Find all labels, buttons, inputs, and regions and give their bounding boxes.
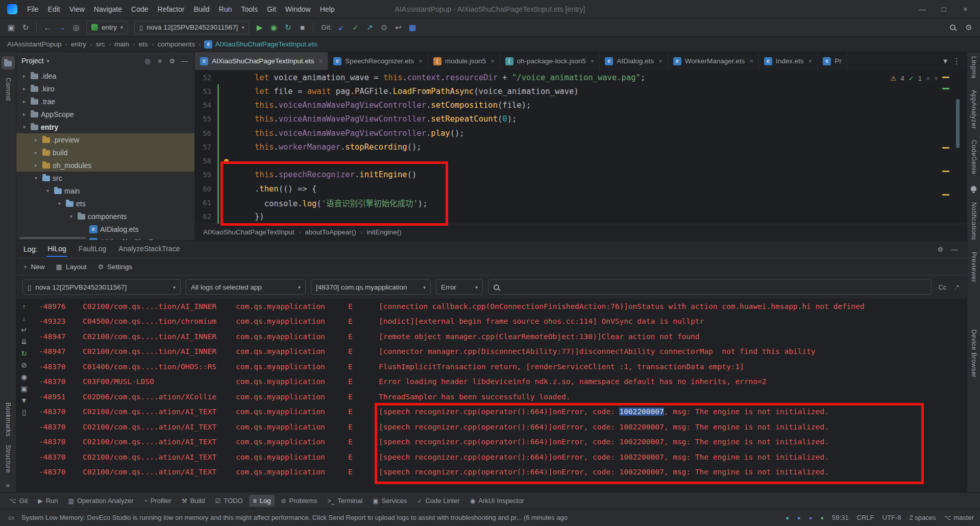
indent-style[interactable]: 2 spaces <box>909 514 936 521</box>
breadcrumb-item[interactable]: entry <box>71 40 86 48</box>
log-settings-gear-icon[interactable]: ⚙ <box>935 244 945 254</box>
tree-item-kiro[interactable]: ▸.kiro <box>16 82 194 95</box>
menu-code[interactable]: Code <box>127 3 153 16</box>
menu-help[interactable]: Help <box>315 3 339 16</box>
log-row[interactable]: -49323C04500/com.qs....tion/chromiumcom.… <box>32 314 967 329</box>
log-tab-analyzestacktrace[interactable]: AnalyzeStackTrace <box>117 242 181 257</box>
chevron-right-icon[interactable] <box>79 226 87 232</box>
editor-breadcrumb-item[interactable]: AIXiaoShuChatPageTextInput <box>203 228 295 236</box>
chevron-right-icon[interactable]: ▸ <box>32 137 40 142</box>
menu-edit[interactable]: Edit <box>43 3 65 16</box>
tool-window-button-device-browser[interactable]: Device Browser <box>970 329 977 378</box>
next-problem-icon[interactable]: ∨ <box>934 75 938 82</box>
hidden-tabs-icon[interactable]: ▾ <box>943 56 947 66</box>
log-tab-faultlog[interactable]: FaultLog <box>78 242 107 257</box>
menu-refactor[interactable]: Refactor <box>153 3 189 16</box>
close-icon[interactable]: × <box>808 57 813 65</box>
tool-button-code-linter[interactable]: ✓Code Linter <box>413 495 463 507</box>
editor-tab-aidialog-ets[interactable]: eAIDialog.ets× <box>600 52 668 70</box>
menu-git[interactable]: Git <box>262 3 281 16</box>
locate-icon[interactable]: ◎ <box>70 21 82 34</box>
breadcrumb-item[interactable]: ets <box>139 40 148 48</box>
log-search-field[interactable] <box>488 279 932 295</box>
chevron-right-icon[interactable] <box>79 239 87 240</box>
tree-item-ets[interactable]: ▾ets <box>16 197 194 210</box>
soft-wrap-icon[interactable]: ↵ <box>21 326 27 333</box>
menu-tools[interactable]: Tools <box>236 3 262 16</box>
editor-breadcrumb-item[interactable]: initEngine() <box>366 228 401 236</box>
menu-run[interactable]: Run <box>214 3 237 16</box>
log-row[interactable]: -48370C03F00/MUSL-LDSOcom.qs.myapplicati… <box>32 374 967 390</box>
commit-tool-button[interactable]: Commit <box>5 78 12 101</box>
run-configuration-select[interactable]: entry ▾ <box>86 21 128 34</box>
menu-navigate[interactable]: Navigate <box>89 3 127 16</box>
chevron-right-icon[interactable]: ▸ <box>20 111 28 117</box>
structure-tool-button[interactable]: Structure <box>5 445 12 473</box>
clear-log-icon[interactable]: ⊘ <box>21 362 27 369</box>
code-line[interactable]: 61 console.log('语音识别引擎初始化成功'); <box>195 196 967 209</box>
chevron-right-icon[interactable]: ▸ <box>20 86 28 91</box>
code-line[interactable]: 52 let voice_animation_wave = this.conte… <box>195 70 967 84</box>
search-icon[interactable] <box>946 21 959 34</box>
history-button[interactable]: ⊙ <box>378 21 390 34</box>
menu-build[interactable]: Build <box>189 3 214 16</box>
editor-breadcrumb-item[interactable]: aboutToAppear() <box>305 228 356 236</box>
close-icon[interactable]: × <box>491 57 495 65</box>
plugin-status-icon[interactable]: ● <box>797 515 801 521</box>
diagram-button[interactable]: ▦ <box>406 21 419 34</box>
log-row[interactable]: -48947C02100/com.qs....tion/AI_INNERcom.… <box>32 344 967 360</box>
scroll-down-icon[interactable]: ↓ <box>22 315 26 322</box>
settings-gear-icon[interactable]: ⚙ <box>963 21 975 34</box>
chevron-down-icon[interactable]: ▾ <box>56 201 63 206</box>
close-icon[interactable]: × <box>318 57 323 65</box>
close-icon[interactable]: × <box>591 57 595 65</box>
plugin-status-icon[interactable]: ● <box>786 515 789 521</box>
screen-record-icon[interactable]: ▣ <box>20 385 27 392</box>
menu-window[interactable]: Window <box>281 3 315 16</box>
forward-arrow-icon[interactable]: → <box>56 21 68 34</box>
code-line[interactable]: 58 <box>195 154 967 168</box>
log-row[interactable]: -48370C01406/com.qs....tion/OHOS::RScom.… <box>32 359 967 374</box>
code-line[interactable]: 55 this.voiceAnimaWavePagViewController.… <box>195 112 967 126</box>
editor-tab-index-ets[interactable]: eIndex.ets× <box>759 52 818 70</box>
inspection-widget[interactable]: ⚠ 4 ✓ 1 ∧ ∨ <box>891 75 938 82</box>
run-button[interactable]: ▶ <box>253 21 265 34</box>
export-log-icon[interactable]: ▼ <box>20 397 28 404</box>
log-row[interactable]: -48370C02100/com.qs....ation/AI_TEXTcom.… <box>32 465 967 480</box>
plugin-status-icon[interactable]: ● <box>809 515 813 521</box>
chevron-down-icon[interactable]: ▾ <box>44 188 52 194</box>
code-line[interactable]: 60 .then(() => { <box>195 182 967 196</box>
tool-window-button-previewer[interactable]: Previewer <box>970 252 977 282</box>
caret-position[interactable]: 59:31 <box>832 514 849 521</box>
tool-button-git[interactable]: ⌥Git <box>5 495 32 507</box>
tree-item-entry[interactable]: ▾entry <box>16 121 194 133</box>
git-update-button[interactable]: ↙ <box>335 21 347 34</box>
log-tab-hilog[interactable]: HiLog <box>46 242 67 257</box>
code-line[interactable]: 59 this.speechRecognizer.initEngine() <box>195 168 967 182</box>
menu-file[interactable]: File <box>22 3 43 16</box>
project-tool-button[interactable] <box>2 56 15 69</box>
sync-icon[interactable]: ↻ <box>19 21 32 34</box>
tree-item-aidialog-ets[interactable]: eAIDialog.ets <box>16 223 194 235</box>
log-level-filter[interactable]: Error▾ <box>436 279 483 295</box>
match-case-toggle[interactable]: Cc <box>937 283 948 291</box>
tab-options-kebab-icon[interactable]: ⋮ <box>952 56 961 66</box>
editor-tab-module-json5[interactable]: {module.json5× <box>428 52 500 70</box>
chevron-right-icon[interactable]: ▸ <box>32 162 40 168</box>
device-select[interactable]: ▯ nova 12[25PVB24523011567] ▾ <box>134 21 249 34</box>
log-search-input[interactable] <box>504 283 926 291</box>
editor-tab-oh-package-lock-json5[interactable]: {oh-package-lock.json5× <box>500 52 600 70</box>
tool-button-run[interactable]: ▶Run <box>34 495 62 507</box>
tool-button-build[interactable]: ⚒Build <box>178 495 209 507</box>
code-line[interactable]: 56 this.voiceAnimaWavePagViewController.… <box>195 126 967 140</box>
regex-toggle[interactable]: .* <box>953 283 961 291</box>
tree-item-build[interactable]: ▸build <box>16 146 194 159</box>
code-line[interactable]: 62 }) <box>195 210 967 224</box>
scroll-to-end-icon[interactable]: ⇊ <box>21 338 27 345</box>
editor-tab-speechrecognizer-ets[interactable]: eSpeechRecognizer.ets× <box>328 52 428 70</box>
tool-button-profiler[interactable]: ◔Profiler <box>139 495 175 507</box>
restart-button[interactable]: ↻ <box>282 21 294 34</box>
breadcrumb-item[interactable]: main <box>114 40 129 48</box>
hide-log-panel-icon[interactable]: — <box>949 244 960 254</box>
log-row[interactable]: -48976C02100/com.qs....tion/AI_INNERcom.… <box>32 299 967 314</box>
